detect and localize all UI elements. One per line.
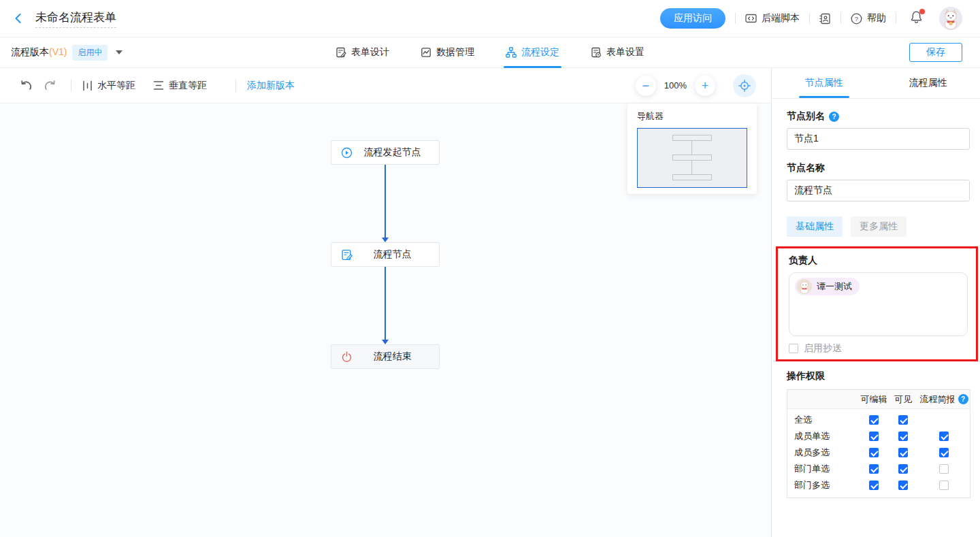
permission-checkbox[interactable] xyxy=(898,481,908,490)
tab-node-properties[interactable]: 节点属性 xyxy=(772,68,876,98)
permission-row-label: 部门多选 xyxy=(787,479,858,491)
vertical-spacing-icon xyxy=(153,80,164,91)
zoom-out-button[interactable]: − xyxy=(636,76,656,96)
permission-checkbox[interactable] xyxy=(898,432,908,441)
tab-flow-properties[interactable]: 流程属性 xyxy=(876,68,980,98)
save-button[interactable]: 保存 xyxy=(909,43,962,62)
permission-row-label: 成员多选 xyxy=(787,446,858,459)
help-icon: ? xyxy=(851,13,862,25)
locate-button[interactable] xyxy=(733,74,756,97)
code-icon xyxy=(745,13,757,24)
permission-row: 成员单选 xyxy=(787,428,970,444)
undo-button[interactable] xyxy=(16,78,35,93)
permission-row-label: 全选 xyxy=(787,414,858,426)
permission-checkbox[interactable] xyxy=(869,432,879,441)
enable-cc-checkbox[interactable] xyxy=(789,344,798,353)
permission-checkbox[interactable] xyxy=(869,448,879,457)
navigator-minimap[interactable] xyxy=(637,128,747,188)
node-name-input[interactable] xyxy=(787,180,970,201)
tab-form-design[interactable]: 表单设计 xyxy=(336,37,389,68)
basic-properties-button[interactable]: 基础属性 xyxy=(787,216,843,237)
permission-checkbox[interactable] xyxy=(898,448,908,457)
divider xyxy=(235,80,236,92)
notification-bell-button[interactable] xyxy=(910,10,923,27)
owner-label: 负责人 xyxy=(789,255,968,267)
node-alias-input[interactable] xyxy=(787,128,970,150)
minimap-connector xyxy=(691,161,692,174)
permission-checkbox[interactable] xyxy=(939,448,949,457)
minimap-connector xyxy=(691,141,692,154)
operation-permissions-label: 操作权限 xyxy=(787,370,970,383)
flow-canvas[interactable]: 水平等距 垂直等距 添加新版本 − 100% + xyxy=(0,68,771,537)
zoom-level: 100% xyxy=(664,80,687,91)
address-book-button[interactable] xyxy=(819,13,831,25)
flow-connector-arrow xyxy=(385,267,386,340)
version-number: (V1) xyxy=(49,46,67,57)
version-dropdown-caret[interactable] xyxy=(116,50,122,54)
redo-button[interactable] xyxy=(41,78,60,93)
more-properties-button[interactable]: 更多属性 xyxy=(851,216,906,237)
add-new-version-button[interactable]: 添加新版本 xyxy=(247,80,295,92)
play-icon xyxy=(341,147,353,159)
page-title[interactable]: 未命名流程表单 xyxy=(35,10,116,28)
permission-row-label: 成员单选 xyxy=(787,430,858,442)
permission-table-header: 可编辑 可见 流程简报 ? xyxy=(787,390,970,409)
navigator-title: 导航器 xyxy=(637,110,747,123)
form-settings-icon xyxy=(591,47,602,58)
backend-script-button[interactable]: 后端脚本 xyxy=(745,12,800,25)
column-editable: 可编辑 xyxy=(858,393,889,406)
address-book-icon xyxy=(819,13,831,25)
app-access-button[interactable]: 应用访问 xyxy=(660,8,725,29)
divider xyxy=(896,13,896,24)
horizontal-spacing-icon xyxy=(82,80,93,91)
enable-cc-checkbox-row[interactable]: 启用抄送 xyxy=(789,342,968,355)
power-icon xyxy=(341,351,353,363)
status-badge: 启用中 xyxy=(72,45,108,61)
tab-form-settings[interactable]: 表单设置 xyxy=(591,37,644,68)
main-tabs: 表单设计 数据管理 流程设定 表单设置 xyxy=(320,37,660,68)
vertical-spacing-button[interactable]: 垂直等距 xyxy=(153,80,207,92)
notification-dot xyxy=(919,9,925,14)
tab-data-management[interactable]: 数据管理 xyxy=(421,37,474,68)
flowchart-icon xyxy=(506,47,517,58)
back-icon[interactable] xyxy=(12,12,24,25)
permission-checkbox[interactable] xyxy=(869,415,879,425)
enable-cc-label: 启用抄送 xyxy=(804,342,842,355)
data-chart-icon xyxy=(421,47,431,58)
permission-checkbox[interactable] xyxy=(869,464,879,474)
permission-checkbox[interactable] xyxy=(939,432,949,441)
column-visible: 可见 xyxy=(889,393,917,406)
permission-checkbox[interactable] xyxy=(939,464,949,474)
user-avatar[interactable] xyxy=(939,7,962,30)
divider xyxy=(71,80,71,92)
horizontal-spacing-button[interactable]: 水平等距 xyxy=(82,80,135,92)
node-flow-start[interactable]: 流程发起节点 xyxy=(331,140,440,165)
divider xyxy=(840,13,841,24)
help-button[interactable]: ? 帮助 xyxy=(851,12,886,25)
canvas-toolbar: 水平等距 垂直等距 添加新版本 − 100% + xyxy=(0,68,771,103)
permission-checkbox[interactable] xyxy=(898,464,908,474)
flow-connector-arrow xyxy=(385,165,386,238)
node-flow-end[interactable]: 流程结束 xyxy=(331,344,440,369)
navigator-panel: 导航器 xyxy=(627,103,757,194)
permission-checkbox[interactable] xyxy=(939,481,949,490)
minimap-node xyxy=(672,135,712,141)
flow-report-help-icon[interactable]: ? xyxy=(958,394,968,404)
node-name-label: 节点名称 xyxy=(787,162,970,174)
minimap-node xyxy=(672,174,712,180)
node-flow-step[interactable]: 流程节点 xyxy=(331,242,440,267)
permission-checkbox[interactable] xyxy=(898,415,908,425)
svg-text:?: ? xyxy=(855,14,858,22)
owner-members-box[interactable]: 谭一测试 xyxy=(789,272,968,336)
node-label: 流程发起节点 xyxy=(353,146,439,159)
permission-checkbox[interactable] xyxy=(869,481,879,490)
member-chip[interactable]: 谭一测试 xyxy=(795,278,860,295)
alias-help-icon[interactable]: ? xyxy=(829,112,839,122)
zoom-in-button[interactable]: + xyxy=(695,76,715,96)
permission-row: 部门单选 xyxy=(787,461,970,477)
annotation-red-box: 负责人 谭一测试 启用抄送 xyxy=(776,246,978,361)
properties-panel: 节点属性 流程属性 节点别名 ? 节点名称 基础属性 更多属性 负责人 xyxy=(771,68,980,537)
permission-table: 可编辑 可见 流程简报 ? 全选成员单选成员多选部门单选部门多选 xyxy=(787,389,970,498)
top-bar: 未命名流程表单 应用访问 后端脚本 ? 帮助 xyxy=(0,0,980,37)
tab-flow-setting[interactable]: 流程设定 xyxy=(506,37,559,68)
